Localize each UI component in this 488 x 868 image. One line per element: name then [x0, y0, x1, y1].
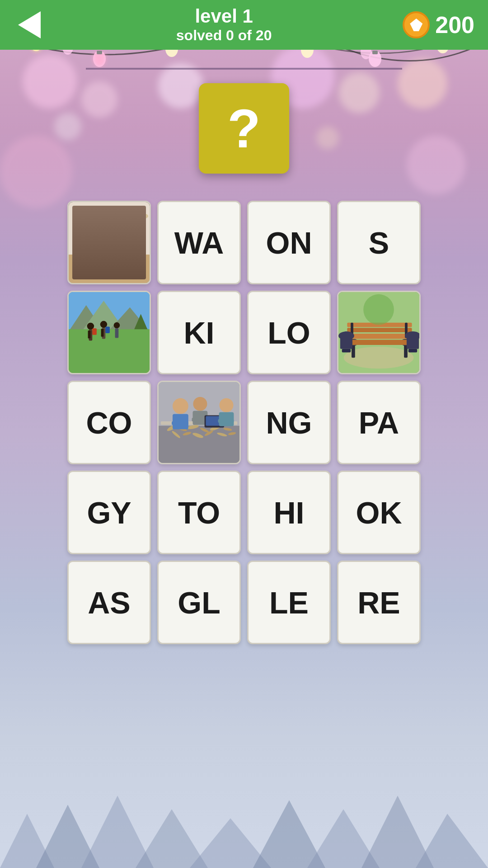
solved-status: solved 0 of 20 — [45, 27, 403, 44]
science-svg — [159, 381, 239, 464]
tile-to-text: TO — [178, 495, 220, 530]
svg-rect-103 — [183, 421, 188, 425]
back-arrow-icon — [18, 11, 41, 38]
svg-rect-72 — [347, 334, 412, 339]
tile-ng[interactable]: NG — [247, 381, 331, 464]
svg-point-46 — [129, 212, 149, 219]
svg-rect-112 — [218, 419, 223, 423]
tile-ng-text: NG — [266, 405, 312, 440]
answer-line — [86, 68, 402, 70]
svg-point-100 — [173, 398, 188, 414]
tile-ki[interactable]: KI — [157, 291, 241, 374]
header: level 1 solved 0 of 20 200 — [0, 0, 488, 50]
svg-rect-49 — [87, 215, 89, 233]
svg-rect-86 — [159, 426, 239, 463]
tile-re-text: RE — [357, 585, 400, 620]
tile-ok-text: OK — [356, 495, 402, 530]
bench-svg — [338, 291, 419, 374]
coin-count: 200 — [435, 11, 474, 38]
svg-rect-41 — [104, 212, 131, 255]
tile-re[interactable]: RE — [337, 561, 421, 644]
tile-hiking[interactable] — [67, 291, 151, 374]
svg-rect-83 — [408, 349, 417, 353]
svg-rect-111 — [219, 412, 234, 426]
tile-co[interactable]: CO — [67, 381, 151, 464]
tile-lo[interactable]: LO — [247, 291, 331, 374]
back-button[interactable] — [14, 9, 45, 41]
svg-rect-48 — [83, 215, 85, 233]
coin-icon — [403, 11, 430, 38]
tile-le[interactable]: LE — [247, 561, 331, 644]
svg-rect-39 — [75, 211, 132, 257]
svg-point-84 — [363, 294, 394, 325]
tile-co-text: CO — [86, 405, 132, 440]
svg-rect-75 — [347, 328, 412, 332]
svg-rect-43 — [103, 231, 104, 234]
svg-rect-42 — [101, 232, 105, 233]
svg-rect-113 — [229, 419, 234, 423]
tile-grid: WA ON S — [63, 196, 425, 649]
tile-pa-text: PA — [359, 405, 399, 440]
game-area: ? — [0, 50, 488, 868]
coins-area: 200 — [403, 11, 474, 38]
svg-rect-44 — [134, 237, 143, 239]
tile-wa-text: WA — [174, 225, 224, 260]
tile-gy[interactable]: GY — [67, 471, 151, 554]
tile-pa[interactable]: PA — [337, 381, 421, 464]
tile-wardrobe[interactable] — [67, 201, 151, 284]
tile-lo-text: LO — [267, 315, 310, 350]
svg-rect-79 — [340, 336, 352, 349]
level-title: level 1 — [45, 6, 403, 27]
svg-rect-102 — [172, 421, 177, 425]
svg-rect-62 — [101, 329, 104, 336]
tile-s-text: S — [369, 225, 389, 260]
tile-wa[interactable]: WA — [157, 201, 241, 284]
svg-rect-106 — [192, 418, 197, 421]
svg-rect-80 — [342, 349, 351, 353]
svg-rect-82 — [407, 336, 419, 349]
tile-gy-text: GY — [87, 495, 131, 530]
tile-s[interactable]: S — [337, 201, 421, 284]
tile-to[interactable]: TO — [157, 471, 241, 554]
svg-rect-59 — [92, 328, 97, 335]
question-mark: ? — [227, 101, 260, 156]
tile-gl[interactable]: GL — [157, 561, 241, 644]
svg-rect-40 — [76, 212, 103, 255]
svg-point-104 — [193, 397, 207, 411]
svg-point-110 — [219, 398, 233, 412]
tile-on[interactable]: ON — [247, 201, 331, 284]
svg-rect-45 — [138, 217, 140, 237]
tile-hi[interactable]: HI — [247, 471, 331, 554]
svg-rect-73 — [347, 340, 412, 345]
diamond-icon — [410, 19, 422, 31]
tile-bench[interactable] — [337, 291, 421, 374]
svg-rect-38 — [69, 255, 150, 283]
tile-hi-text: HI — [274, 495, 305, 530]
svg-rect-63 — [105, 326, 110, 333]
question-box[interactable]: ? — [199, 83, 289, 174]
tile-as-text: AS — [88, 585, 130, 620]
tile-ok[interactable]: OK — [337, 471, 421, 554]
svg-point-64 — [114, 322, 120, 329]
tile-science[interactable] — [157, 381, 241, 464]
svg-rect-37 — [69, 202, 150, 283]
svg-rect-47 — [80, 215, 81, 233]
wardrobe-svg — [69, 201, 150, 284]
tile-le-text: LE — [269, 585, 309, 620]
svg-rect-58 — [88, 330, 91, 338]
tile-gl-text: GL — [178, 585, 220, 620]
svg-rect-65 — [115, 328, 119, 338]
hiking-svg — [69, 291, 150, 374]
tile-as[interactable]: AS — [67, 561, 151, 644]
svg-rect-54 — [69, 329, 150, 373]
tile-ki-text: KI — [184, 315, 215, 350]
tile-on-text: ON — [266, 225, 312, 260]
header-center: level 1 solved 0 of 20 — [45, 6, 403, 43]
